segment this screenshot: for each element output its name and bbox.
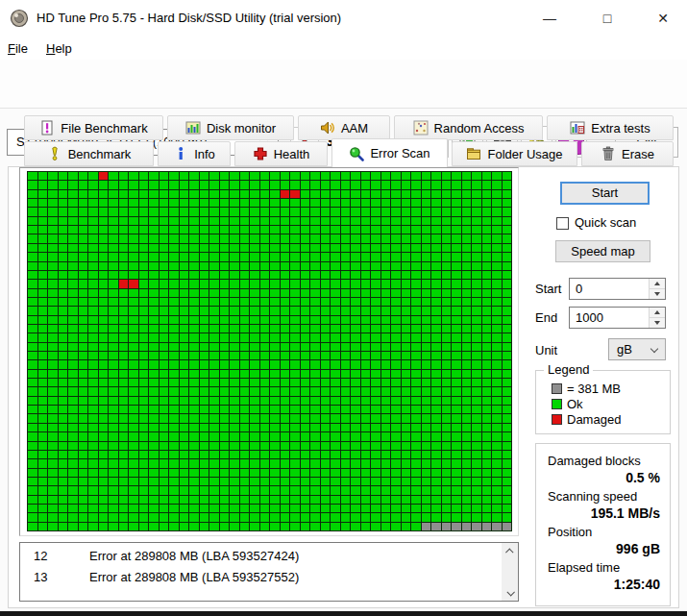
block-cell [321, 280, 331, 287]
start-scan-button[interactable]: Start [560, 182, 650, 205]
block-cell [200, 451, 209, 458]
block-cell [472, 387, 481, 395]
block-cell [452, 271, 461, 279]
block-cell [281, 226, 290, 234]
block-cell [301, 234, 310, 242]
block-cell [59, 208, 68, 215]
unit-select[interactable]: gB [608, 338, 666, 360]
menu-help[interactable]: Help [40, 38, 78, 59]
block-cell [290, 333, 300, 341]
block-cell [230, 451, 239, 458]
block-cell [402, 316, 411, 324]
block-cell [290, 397, 300, 405]
block-cell [422, 217, 431, 225]
tab-aam[interactable]: AAM [298, 115, 390, 140]
block-cell [220, 343, 230, 351]
block-cell [169, 486, 179, 494]
block-cell [149, 496, 159, 504]
block-cell [321, 226, 331, 234]
block-cell [462, 280, 472, 287]
block-cell [482, 244, 492, 252]
spin-down-button[interactable] [650, 317, 665, 328]
speed-map-button[interactable]: Speed map [555, 240, 650, 262]
block-cell [492, 298, 502, 306]
block-cell [169, 343, 179, 351]
block-cell [250, 406, 259, 413]
legend-title: Legend [544, 362, 593, 377]
block-cell [129, 486, 138, 494]
scroll-up-button[interactable] [502, 543, 518, 559]
end-input[interactable] [570, 308, 649, 328]
block-cell [503, 469, 512, 477]
block-cell [230, 360, 239, 368]
block-cell [200, 414, 209, 422]
error-list-scrollbar[interactable] [502, 543, 518, 601]
spin-down-button[interactable] [650, 288, 665, 299]
maximize-button[interactable]: □ [585, 0, 629, 37]
block-cell [492, 379, 502, 386]
block-cell [250, 298, 259, 306]
block-cell [119, 478, 129, 485]
block-cell [260, 486, 270, 494]
stat-label: Damaged blocks [548, 454, 660, 468]
block-cell [189, 523, 199, 530]
block-cell [462, 486, 472, 494]
block-cell [180, 298, 189, 306]
block-cell [220, 352, 230, 359]
tab-disk-monitor[interactable]: Disk monitor [167, 115, 294, 140]
block-cell [109, 262, 118, 270]
tab-random-access[interactable]: Random Access [394, 115, 543, 140]
error-row[interactable]: 13Error at 289808 MB (LBA 593527552) [20, 567, 502, 588]
block-cell [381, 505, 391, 512]
block-cell [99, 307, 109, 314]
block-cell [139, 505, 149, 512]
spin-up-button[interactable] [650, 279, 665, 288]
tab-error-scan[interactable]: Error Scan [331, 138, 448, 167]
block-cell [472, 271, 481, 279]
block-cell [482, 523, 492, 530]
block-cell [240, 190, 250, 198]
block-cell [180, 307, 189, 314]
tab-file-benchmark[interactable]: File Benchmark [24, 115, 163, 140]
block-cell [301, 414, 310, 422]
tab-label: File Benchmark [61, 121, 147, 136]
block-cell [442, 172, 452, 180]
tab-folder-usage[interactable]: Folder Usage [452, 141, 577, 166]
block-cell [431, 343, 441, 351]
block-cell [290, 496, 300, 504]
tab-benchmark[interactable]: Benchmark [24, 141, 154, 166]
tab-erase[interactable]: Erase [581, 141, 674, 166]
block-cell [281, 406, 290, 413]
block-cell [99, 432, 109, 440]
block-cell [159, 289, 169, 297]
block-cell [129, 478, 138, 485]
block-cell [200, 459, 209, 467]
block-cell [462, 298, 472, 306]
error-row[interactable]: 12Error at 289808 MB (LBA 593527424) [20, 546, 502, 567]
block-cell [442, 217, 452, 225]
block-cell [452, 406, 461, 413]
block-cell [38, 360, 48, 368]
block-cell [452, 234, 461, 242]
minimize-button[interactable]: — [528, 0, 572, 37]
tab-info[interactable]: Info [158, 141, 231, 166]
block-cell [371, 208, 380, 215]
block-cell [139, 298, 149, 306]
block-cell [68, 424, 78, 431]
block-cell [270, 217, 280, 225]
close-button[interactable]: ✕ [641, 0, 685, 37]
menu-file[interactable]: File [2, 38, 34, 59]
spin-up-button[interactable] [650, 308, 665, 317]
tab-extra-tests[interactable]: Extra tests [547, 115, 674, 140]
quick-scan-checkbox[interactable] [556, 217, 569, 230]
block-cell [321, 307, 331, 314]
block-cell [119, 442, 129, 450]
scroll-down-button[interactable] [502, 584, 518, 601]
block-cell [472, 370, 481, 378]
block-cell [240, 298, 250, 306]
tab-health[interactable]: Health [234, 141, 328, 166]
block-cell [209, 307, 219, 314]
block-cell [68, 253, 78, 260]
start-input[interactable] [570, 279, 649, 299]
block-cell [139, 199, 149, 207]
